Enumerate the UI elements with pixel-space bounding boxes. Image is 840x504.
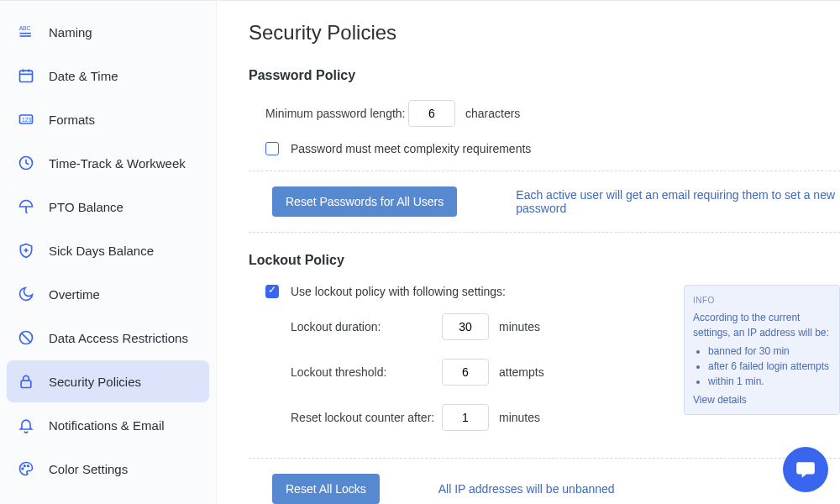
min-length-input[interactable] <box>408 100 455 127</box>
reset-passwords-desc: Each active user will get an email requi… <box>516 188 840 215</box>
svg-point-16 <box>24 465 26 467</box>
sidebar-item-color[interactable]: Color Settings <box>7 448 209 490</box>
reset-passwords-button[interactable]: Reset Passwords for All Users <box>272 186 457 217</box>
info-details-link[interactable]: View details <box>693 394 747 406</box>
min-length-label: Minimum password length: <box>265 107 408 120</box>
palette-icon <box>17 459 35 478</box>
sidebar-item-naming[interactable]: ABC Naming <box>7 11 209 53</box>
lockout-threshold-label: Lockout threshold: <box>291 365 442 379</box>
sidebar-item-label: Overtime <box>49 287 100 302</box>
sidebar-item-label: Date & Time <box>49 69 118 83</box>
sidebar-item-label: Data Access Restrictions <box>49 331 188 345</box>
lockout-info-box: INFO According to the current settings, … <box>684 285 840 415</box>
sidebar-item-label: Naming <box>49 25 92 39</box>
sidebar-item-label: Formats <box>49 113 95 127</box>
main-content: Security Policies Password Policy Minimu… <box>217 1 840 504</box>
svg-text:123: 123 <box>22 117 31 123</box>
bell-icon <box>17 416 35 434</box>
info-bullet: after 6 failed login attempts <box>708 359 831 374</box>
password-policy-section: Password Policy Minimum password length:… <box>249 68 840 233</box>
sidebar-item-overtime[interactable]: Overtime <box>7 273 209 315</box>
naming-icon: ABC <box>17 23 35 41</box>
umbrella-icon <box>17 197 35 216</box>
complexity-checkbox[interactable] <box>265 142 279 155</box>
sidebar-item-label: Time-Track & Workweek <box>49 156 186 171</box>
use-lockout-checkbox[interactable] <box>265 285 279 298</box>
moon-icon <box>17 285 35 303</box>
sidebar-item-security[interactable]: Security Policies <box>7 360 209 402</box>
sidebar-item-label: PTO Balance <box>49 200 123 214</box>
page-title: Security Policies <box>249 21 840 45</box>
reset-locks-band: Reset All Locks All IP addresses will be… <box>249 458 840 504</box>
reset-locks-button[interactable]: Reset All Locks <box>272 474 380 504</box>
sidebar-item-label: Security Policies <box>49 375 141 389</box>
info-intro: According to the current settings, an IP… <box>693 310 831 340</box>
password-section-title: Password Policy <box>249 68 840 83</box>
settings-sidebar: ABC Naming Date & Time 123 Formats Time-… <box>0 1 217 504</box>
reset-counter-unit: minutes <box>499 411 540 424</box>
min-length-unit: characters <box>465 107 520 120</box>
use-lockout-label: Use lockout policy with following settin… <box>291 285 506 298</box>
svg-line-13 <box>21 333 31 343</box>
complexity-label: Password must meet complexity requiremen… <box>291 142 531 155</box>
lock-icon <box>17 372 35 391</box>
help-chat-button[interactable] <box>783 447 828 492</box>
info-bullet: banned for 30 min <box>708 344 831 359</box>
svg-point-17 <box>28 465 29 467</box>
sidebar-item-label: Notifications & Email <box>49 418 165 433</box>
svg-point-15 <box>22 468 24 470</box>
sidebar-item-date-time[interactable]: Date & Time <box>7 55 209 97</box>
reset-locks-desc: All IP addresses will be unbanned <box>438 482 840 496</box>
sidebar-item-notifications[interactable]: Notifications & Email <box>7 404 209 446</box>
svg-rect-14 <box>21 381 31 387</box>
calendar-icon <box>17 66 35 85</box>
reset-passwords-band: Reset Passwords for All Users Each activ… <box>249 171 840 233</box>
sidebar-item-data-access[interactable]: Data Access Restrictions <box>7 317 209 359</box>
svg-text:ABC: ABC <box>19 25 31 31</box>
reset-counter-label: Reset lockout counter after: <box>291 411 442 424</box>
reset-counter-input[interactable] <box>442 404 489 431</box>
medical-icon <box>17 241 35 260</box>
formats-icon: 123 <box>17 110 35 129</box>
lockout-threshold-input[interactable] <box>442 359 489 386</box>
sidebar-item-label: Sick Days Balance <box>49 244 154 258</box>
info-bullet: within 1 min. <box>708 374 831 389</box>
lockout-threshold-unit: attempts <box>499 365 544 379</box>
lockout-section-title: Lockout Policy <box>249 253 840 268</box>
lockout-duration-input[interactable] <box>442 313 489 340</box>
clock-icon <box>17 154 35 172</box>
svg-rect-3 <box>20 71 33 81</box>
info-title: INFO <box>693 294 831 307</box>
lockout-policy-section: Lockout Policy Use lockout policy with f… <box>249 253 840 504</box>
lockout-duration-unit: minutes <box>499 320 540 333</box>
sidebar-item-label: Color Settings <box>49 462 128 476</box>
sidebar-item-time-track[interactable]: Time-Track & Workweek <box>7 142 209 184</box>
sidebar-item-formats[interactable]: 123 Formats <box>7 98 209 140</box>
sidebar-item-sick-days[interactable]: Sick Days Balance <box>7 229 209 271</box>
sidebar-item-pto[interactable]: PTO Balance <box>7 186 209 228</box>
restriction-icon <box>17 328 35 347</box>
lockout-duration-label: Lockout duration: <box>291 320 442 333</box>
